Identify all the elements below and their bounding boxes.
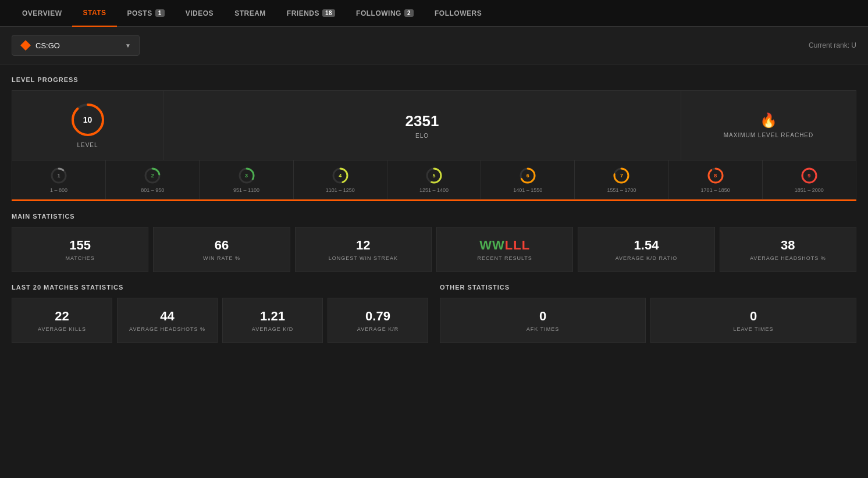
tier-num-8: 8 — [714, 173, 717, 179]
stat-value-avg-kd: 1.54 — [634, 238, 659, 253]
stat-label-longest-win-streak: LONGEST WIN STREAK — [329, 255, 398, 261]
tier-num-3: 3 — [245, 173, 248, 179]
posts-badge: 1 — [155, 9, 165, 17]
tier-ring-4: 4 — [331, 166, 350, 185]
last20-title: LAST 20 MATCHES STATISTICS — [12, 284, 428, 291]
last20-label-avg-kr: AVERAGE K/R — [357, 326, 399, 332]
tier-range-7: 1551 – 1700 — [607, 187, 636, 193]
game-selector[interactable]: CS:GO ▼ — [12, 35, 140, 56]
recent-results-value: WWLLL — [479, 238, 530, 253]
nav-followers[interactable]: FOLLOWERS — [424, 0, 492, 27]
friends-badge: 18 — [322, 9, 335, 17]
main-stats-title: MAIN STATISTICS — [12, 213, 856, 220]
nav-stream[interactable]: STREAM — [224, 0, 276, 27]
last20-cards-row: 22 AVERAGE KILLS 44 AVERAGE HEADSHOTS % … — [12, 298, 428, 343]
nav-overview[interactable]: OVERVIEW — [12, 0, 72, 27]
stat-label-win-rate: WIN RATE % — [203, 255, 240, 261]
flame-icon: 🔥 — [760, 112, 777, 129]
bottom-sections: LAST 20 MATCHES STATISTICS 22 AVERAGE KI… — [12, 284, 856, 343]
other-value-afk-times: 0 — [539, 309, 546, 324]
top-nav: OVERVIEW STATS POSTS 1 VIDEOS STREAM FRI… — [0, 0, 868, 27]
last20-value-avg-hs: 44 — [160, 309, 174, 324]
other-card-leave-times: 0 LEAVE TIMES — [650, 298, 856, 343]
tier-item-5: 5 1251 – 1400 — [387, 160, 481, 199]
tier-num-9: 9 — [807, 173, 810, 179]
main-stats-cards-row: 155 MATCHES 66 WIN RATE % 12 LONGEST WIN… — [12, 227, 856, 272]
chevron-down-icon: ▼ — [125, 42, 131, 49]
last20-label-avg-hs: AVERAGE HEADSHOTS % — [129, 326, 205, 332]
stat-card-matches: 155 MATCHES — [12, 227, 148, 272]
tier-num-1: 1 — [58, 173, 61, 179]
last20-card-avg-kr: 0.79 AVERAGE K/R — [328, 298, 428, 343]
other-cards-row: 0 AFK TIMES 0 LEAVE TIMES — [440, 298, 856, 343]
tier-num-4: 4 — [339, 173, 341, 179]
level-value: 10 — [83, 115, 93, 124]
max-level-label: MAXIMUM LEVEL REACHED — [724, 132, 814, 138]
main-statistics-section: MAIN STATISTICS 155 MATCHES 66 WIN RATE … — [12, 213, 856, 272]
tier-ring-1: 1 — [49, 166, 68, 185]
game-label: CS:GO — [35, 41, 60, 50]
elo-value: 2351 — [405, 112, 439, 130]
tier-range-3: 951 – 1100 — [233, 187, 259, 193]
other-card-afk-times: 0 AFK TIMES — [440, 298, 646, 343]
stat-label-avg-kd: AVERAGE K/D RATIO — [616, 255, 678, 261]
tier-num-2: 2 — [151, 173, 154, 179]
stat-card-longest-win-streak: 12 LONGEST WIN STREAK — [295, 227, 432, 272]
level-ring: 10 — [70, 102, 105, 137]
orange-progress-line — [12, 199, 856, 201]
tier-item-2: 2 801 – 950 — [106, 160, 200, 199]
tier-ring-2: 2 — [143, 166, 162, 185]
nav-stats[interactable]: STATS — [72, 0, 116, 27]
other-value-leave-times: 0 — [750, 309, 757, 324]
tier-ring-8: 8 — [706, 166, 725, 185]
other-label-leave-times: LEAVE TIMES — [733, 326, 773, 332]
stat-card-recent-results: WWLLLRECENT RESULTS — [436, 227, 573, 272]
last20-card-avg-hs: 44 AVERAGE HEADSHOTS % — [117, 298, 218, 343]
tier-item-8: 8 1701 – 1850 — [669, 160, 763, 199]
nav-videos[interactable]: VIDEOS — [175, 0, 224, 27]
last20-section: LAST 20 MATCHES STATISTICS 22 AVERAGE KI… — [12, 284, 428, 343]
other-label-afk-times: AFK TIMES — [527, 326, 559, 332]
last20-label-avg-kd: AVERAGE K/D — [252, 326, 293, 332]
nav-following[interactable]: FOLLOWING 2 — [346, 0, 424, 27]
tier-item-3: 3 951 – 1100 — [200, 160, 293, 199]
game-icon — [20, 40, 31, 51]
last20-card-avg-kills: 22 AVERAGE KILLS — [12, 298, 112, 343]
tier-range-1: 1 – 800 — [50, 187, 67, 193]
last20-value-avg-kr: 0.79 — [365, 309, 390, 324]
last20-value-avg-kd: 1.21 — [260, 309, 285, 324]
tier-ring-7: 7 — [612, 166, 631, 185]
elo-card: 2351 ELO — [163, 91, 681, 160]
level-label: LEVEL — [77, 142, 98, 148]
tier-range-5: 1251 – 1400 — [419, 187, 449, 193]
level-progress-title: LEVEL PROGRESS — [12, 76, 856, 83]
level-progress-section: LEVEL PROGRESS 10 LEVEL 2351 ELO — [12, 76, 856, 201]
elo-label: ELO — [415, 133, 429, 139]
last20-value-avg-kills: 22 — [55, 309, 69, 324]
main-content: LEVEL PROGRESS 10 LEVEL 2351 ELO — [0, 65, 868, 355]
tier-ring-6: 6 — [518, 166, 537, 185]
tier-num-5: 5 — [432, 173, 435, 179]
tier-item-7: 7 1551 – 1700 — [575, 160, 668, 199]
stat-label-recent-results: RECENT RESULTS — [478, 255, 532, 261]
last20-label-avg-kills: AVERAGE KILLS — [38, 326, 86, 332]
current-rank-label: Current rank: U — [809, 41, 856, 49]
stat-value-avg-headshots: 38 — [781, 238, 795, 253]
stat-card-avg-kd: 1.54 AVERAGE K/D RATIO — [578, 227, 714, 272]
level-cards-row: 10 LEVEL 2351 ELO 🔥 MAXIMUM LEVEL REACHE… — [12, 90, 856, 160]
toolbar: CS:GO ▼ Current rank: U — [0, 27, 868, 65]
tier-ring-5: 5 — [425, 166, 443, 185]
tier-item-4: 4 1101 – 1250 — [294, 160, 387, 199]
nav-posts[interactable]: POSTS 1 — [117, 0, 175, 27]
tier-row: 1 1 – 800 2 801 – 950 3 951 – 1100 — [12, 160, 856, 199]
stat-label-avg-headshots: AVERAGE HEADSHOTS % — [750, 255, 826, 261]
stat-value-win-rate: 66 — [215, 238, 229, 253]
tier-range-4: 1101 – 1250 — [326, 187, 355, 193]
tier-item-9: 9 1851 – 2000 — [763, 160, 856, 199]
nav-friends[interactable]: FRIENDS 18 — [276, 0, 346, 27]
tier-ring-3: 3 — [237, 166, 256, 185]
stat-card-avg-headshots: 38 AVERAGE HEADSHOTS % — [720, 227, 856, 272]
last20-card-avg-kd: 1.21 AVERAGE K/D — [222, 298, 323, 343]
following-badge: 2 — [404, 9, 414, 17]
tier-num-7: 7 — [620, 173, 623, 179]
